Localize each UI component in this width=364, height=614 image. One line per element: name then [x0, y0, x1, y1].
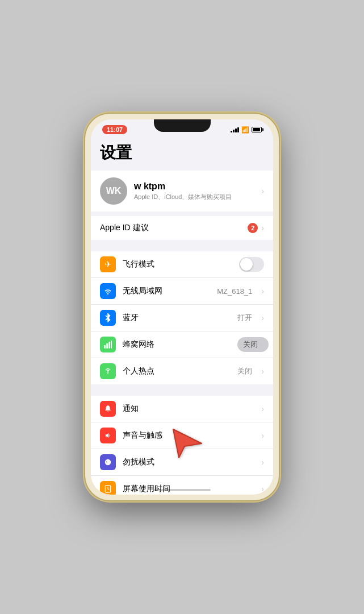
phone-screen: 11:07 📶 设置 WK w ktpm [91, 119, 273, 495]
dnd-chevron: › [261, 458, 264, 467]
apple-id-suggestion-row[interactable]: Apple ID 建议 2 › [91, 216, 273, 240]
cellular-chevron: › [260, 340, 263, 349]
profile-chevron: › [261, 186, 264, 196]
bluetooth-value: 打开 [237, 313, 252, 323]
battery-icon [252, 127, 262, 132]
wifi-status-icon: 📶 [241, 126, 249, 134]
svg-marker-6 [106, 433, 108, 438]
svg-rect-1 [106, 343, 108, 349]
notification-group: 通知 › 声音与触感 › [91, 396, 273, 495]
screentime-row[interactable]: 屏幕使用时间 › [91, 476, 273, 495]
hotspot-label: 个人热点 [123, 366, 231, 376]
notifications-icon [100, 401, 116, 417]
phone-frame: 11:07 📶 设置 WK w ktpm [85, 114, 279, 500]
svg-rect-3 [111, 341, 112, 349]
dnd-label: 勿扰模式 [123, 457, 254, 467]
hotspot-value: 关闭 [237, 366, 252, 376]
airplane-icon: ✈ [100, 256, 116, 272]
svg-rect-2 [108, 342, 110, 349]
hotspot-icon [100, 363, 116, 379]
status-time: 11:07 [102, 125, 127, 134]
notch [154, 119, 211, 132]
cellular-overlay-text: 关闭 [243, 339, 258, 350]
bluetooth-icon [100, 310, 116, 326]
screentime-icon [100, 481, 116, 495]
avatar: WK [100, 177, 127, 205]
page-title: 设置 [91, 138, 273, 171]
wifi-chevron: › [261, 287, 264, 296]
apple-id-label: Apple ID 建议 [100, 223, 149, 233]
hotspot-chevron: › [261, 367, 264, 376]
notifications-label: 通知 [123, 404, 254, 414]
screen-content[interactable]: 设置 WK w ktpm Apple ID、iCloud、媒体与购买项目 › A… [91, 138, 273, 495]
notifications-chevron: › [261, 404, 264, 413]
wifi-icon [100, 283, 116, 299]
profile-info: w ktpm Apple ID、iCloud、媒体与购买项目 [134, 181, 254, 201]
dnd-row[interactable]: 勿扰模式 › [91, 449, 273, 476]
hotspot-row[interactable]: 个人热点 关闭 › [91, 358, 273, 384]
apple-id-right: 2 › [248, 223, 264, 233]
svg-point-4 [107, 371, 108, 372]
wifi-label: 无线局域网 [123, 286, 210, 296]
airplane-label: 飞行模式 [123, 259, 232, 269]
airplane-mode-row[interactable]: ✈ 飞行模式 [91, 251, 273, 278]
sounds-label: 声音与触感 [123, 430, 254, 441]
home-indicator [154, 489, 211, 491]
cellular-icon [100, 337, 116, 352]
profile-subtitle: Apple ID、iCloud、媒体与购买项目 [134, 193, 254, 201]
bluetooth-chevron: › [261, 313, 264, 322]
profile-name: w ktpm [134, 181, 254, 192]
bluetooth-label: 蓝牙 [123, 313, 231, 323]
network-group: ✈ 飞行模式 无线局域网 MZ_618_1 › [91, 251, 273, 384]
svg-rect-0 [104, 345, 106, 349]
cellular-row[interactable]: 蜂窝网络 关闭 › [91, 331, 273, 358]
bluetooth-row[interactable]: 蓝牙 打开 › [91, 305, 273, 331]
notifications-row[interactable]: 通知 › [91, 396, 273, 422]
profile-card[interactable]: WK w ktpm Apple ID、iCloud、媒体与购买项目 › [91, 171, 273, 211]
sounds-icon [100, 428, 116, 443]
dnd-icon [100, 454, 116, 470]
apple-id-badge: 2 [248, 223, 258, 233]
screentime-chevron: › [261, 484, 264, 493]
status-icons: 📶 [231, 126, 262, 134]
airplane-toggle[interactable] [239, 257, 264, 272]
sounds-row[interactable]: 声音与触感 › [91, 422, 273, 449]
signal-icon [231, 127, 239, 132]
cellular-overlay: 关闭 › [237, 337, 269, 352]
wifi-value: MZ_618_1 [217, 287, 252, 296]
apple-id-chevron: › [261, 223, 264, 233]
sounds-chevron: › [261, 431, 264, 440]
wifi-row[interactable]: 无线局域网 MZ_618_1 › [91, 278, 273, 305]
